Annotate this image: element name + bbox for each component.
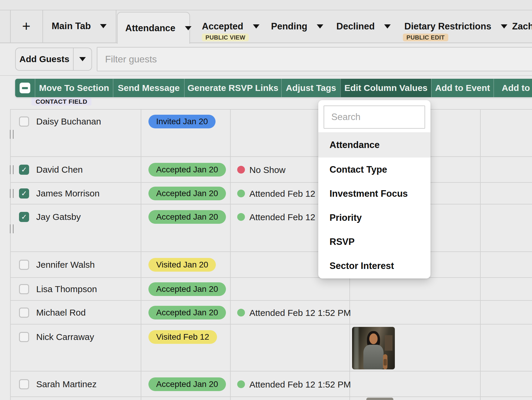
filter-guests-input[interactable]	[97, 47, 532, 71]
button-label: Send Message	[118, 83, 180, 93]
minus-icon	[22, 87, 28, 89]
table-row[interactable]: Daisy Buchanan Invited Jan 20	[0, 109, 532, 157]
rsvp-pill[interactable]: Accepted Jan 20	[148, 163, 226, 177]
attendance-status[interactable]: Attended Feb 12 1:52 PM	[249, 308, 351, 318]
generate-rsvp-links-button[interactable]: Generate RSVP Links	[184, 79, 281, 97]
drag-handle-icon[interactable]	[10, 189, 14, 198]
tab-main-tab[interactable]: Main Tab	[42, 10, 116, 42]
guest-name: Nick Carraway	[36, 332, 94, 342]
dropdown-item-rsvp[interactable]: RSVP	[318, 230, 430, 254]
row-checkbox-unchecked[interactable]	[19, 284, 29, 294]
tab-dietary-restrictions[interactable]: Dietary Restrictions PUBLIC EDIT	[404, 10, 499, 43]
tab-label: Attendance	[125, 23, 175, 34]
table-row[interactable]: ✓ David Chen Accepted Jan 20 No Show	[0, 157, 532, 183]
chevron-down-icon[interactable]	[100, 24, 107, 28]
table-row[interactable]: Sarah Martinez Accepted Jan 20 Attended …	[0, 371, 532, 397]
drag-handle-icon[interactable]	[10, 130, 14, 139]
guest-list-app: + Main Tab Attendance Accepted PUBLIC VI…	[0, 0, 532, 400]
tab-divider	[116, 10, 116, 42]
dropdown-item-label: RSVP	[330, 237, 354, 247]
add-tab-button[interactable]: +	[10, 10, 42, 42]
edit-column-values-button[interactable]: Edit Column Values	[340, 79, 431, 97]
table-row[interactable]: Nick Carraway Visited Feb 12	[0, 325, 532, 371]
photo-person	[363, 345, 384, 369]
row-checkbox-checked[interactable]: ✓	[19, 188, 29, 199]
guest-name: Michael Rod	[36, 308, 86, 318]
rsvp-pill[interactable]: Accepted Jan 20	[148, 282, 226, 296]
send-message-button[interactable]: Send Message	[113, 79, 184, 97]
tab-zachs-clipped[interactable]: Zach's	[512, 10, 532, 43]
chevron-down-icon	[79, 57, 86, 61]
tab-attendance-active[interactable]: Attendance	[117, 12, 190, 44]
attendance-status[interactable]: Attended Feb 12 1:52 PM	[249, 379, 351, 390]
row-checkbox-checked[interactable]: ✓	[19, 212, 29, 222]
guest-table: Daisy Buchanan Invited Jan 20 ✓ David Ch…	[0, 109, 532, 400]
guest-photo[interactable]	[352, 327, 395, 369]
chevron-down-icon[interactable]	[185, 26, 191, 30]
chevron-down-icon[interactable]	[384, 24, 391, 29]
rsvp-pill[interactable]: Visited Jan 20	[148, 258, 216, 272]
drag-handle-icon[interactable]	[10, 224, 14, 233]
dropdown-item-sector-interest[interactable]: Sector Interest	[318, 254, 430, 278]
rsvp-pill[interactable]: Accepted Jan 20	[148, 377, 226, 391]
rsvp-pill[interactable]: Accepted Jan 20	[148, 187, 226, 200]
drag-handle-icon[interactable]	[10, 165, 14, 174]
row-checkbox-unchecked[interactable]	[19, 332, 29, 342]
table-row[interactable]: Michael Rod Accepted Jan 20 Attended Feb…	[0, 301, 532, 325]
row-border	[10, 396, 532, 397]
dropdown-item-label: Contact Type	[330, 164, 387, 175]
add-guests-dropdown-toggle[interactable]	[74, 57, 91, 61]
status-dot-red	[237, 166, 245, 174]
add-to-list-button[interactable]: Add to List	[493, 79, 532, 97]
rsvp-pill[interactable]: Invited Jan 20	[148, 115, 216, 128]
table-row[interactable]: Lisa Thompson Accepted Jan 20	[0, 278, 532, 301]
status-dot-green	[237, 190, 245, 197]
tab-pending[interactable]: Pending	[271, 10, 324, 43]
tab-declined[interactable]: Declined	[336, 10, 390, 43]
chevron-down-icon[interactable]	[501, 24, 507, 29]
button-label: Adjust Tags	[286, 83, 336, 93]
indeterminate-checkbox-icon	[20, 83, 30, 93]
dropdown-item-priority[interactable]: Priority	[318, 206, 430, 230]
column-search-input[interactable]	[324, 105, 425, 129]
contact-field-header: CONTACT FIELD	[31, 98, 91, 105]
row-checkbox-unchecked[interactable]	[19, 116, 29, 127]
button-label: Move To Section	[39, 83, 109, 93]
tab-label: Accepted	[202, 21, 243, 32]
dropdown-item-label: Investment Focus	[330, 188, 408, 199]
dropdown-item-investment-focus[interactable]: Investment Focus	[318, 182, 430, 206]
tab-label: Main Tab	[52, 21, 91, 32]
dropdown-item-contact-type[interactable]: Contact Type	[318, 158, 430, 182]
attendance-status[interactable]: No Show	[249, 165, 286, 175]
table-row[interactable]: Jennifer Walsh Visited Jan 20	[0, 252, 532, 278]
tab-accepted[interactable]: Accepted PUBLIC VIEW	[202, 10, 261, 43]
move-to-section-button[interactable]: Move To Section	[35, 79, 113, 97]
add-guests-button[interactable]: Add Guests	[15, 48, 92, 71]
row-checkbox-unchecked[interactable]	[19, 260, 29, 270]
guest-name: Jay Gatsby	[36, 212, 81, 222]
edit-column-values-dropdown: Attendance Contact Type Investment Focus…	[318, 100, 430, 278]
row-checkbox-unchecked[interactable]	[19, 379, 29, 389]
table-row[interactable]: ✓ James Morrison Accepted Jan 20 Attende…	[0, 183, 532, 204]
add-to-event-button[interactable]: Add to Event	[431, 79, 493, 97]
rsvp-pill[interactable]: Accepted Jan 20	[148, 210, 226, 224]
select-all-checkbox[interactable]	[15, 79, 35, 97]
status-dot-green	[237, 213, 245, 221]
row-checkbox-unchecked[interactable]	[19, 308, 29, 318]
chevron-down-icon[interactable]	[317, 24, 323, 29]
rsvp-pill[interactable]: Accepted Jan 20	[148, 306, 226, 319]
guest-name: Daisy Buchanan	[36, 116, 101, 127]
tab-label: Declined	[336, 21, 375, 32]
public-view-badge: PUBLIC VIEW	[202, 34, 249, 41]
rsvp-pill[interactable]: Visited Feb 12	[148, 330, 217, 344]
table-row[interactable]: ✓ Jay Gatsby Accepted Jan 20 Attended Fe…	[0, 204, 532, 252]
chevron-down-icon[interactable]	[253, 24, 259, 29]
dropdown-item-attendance[interactable]: Attendance	[318, 132, 430, 158]
button-label: Add to List	[502, 83, 532, 93]
button-label: Add to Event	[435, 83, 490, 93]
adjust-tags-button[interactable]: Adjust Tags	[281, 79, 340, 97]
row-checkbox-checked[interactable]: ✓	[19, 165, 29, 175]
guest-photo-partial[interactable]	[366, 398, 393, 400]
tab-label: Dietary Restrictions	[404, 21, 491, 32]
dropdown-item-label: Sector Interest	[330, 261, 394, 271]
